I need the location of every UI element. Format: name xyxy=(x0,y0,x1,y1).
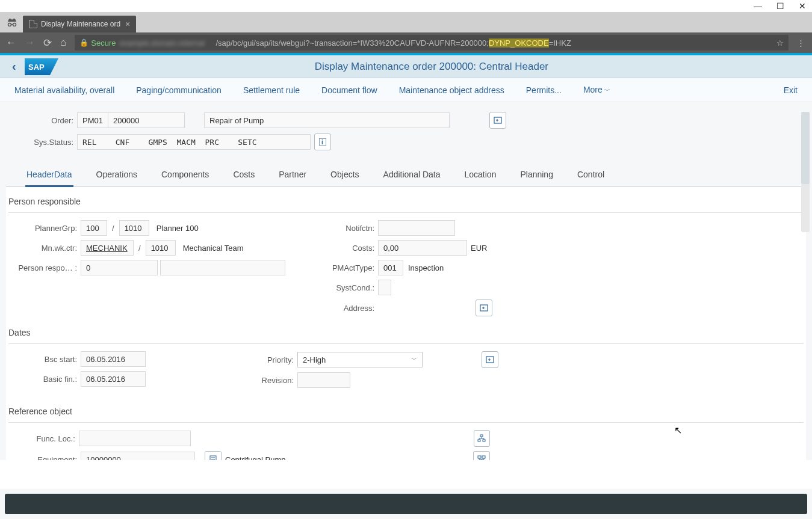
svg-rect-15 xyxy=(478,456,481,458)
expand-icon[interactable] xyxy=(489,112,506,129)
costs-label: Costs: xyxy=(321,244,378,253)
equipment-structure-icon[interactable] xyxy=(473,451,490,460)
sap-logo: SAP xyxy=(25,58,58,75)
equipment-detail-icon[interactable] xyxy=(205,451,222,460)
svg-rect-9 xyxy=(480,435,483,437)
reload-icon[interactable]: ⟳ xyxy=(43,37,52,49)
status-field[interactable] xyxy=(77,134,311,150)
tab-costs[interactable]: Costs xyxy=(232,164,256,186)
home-icon[interactable]: ⌂ xyxy=(60,37,66,49)
chevron-down-icon: ﹀ xyxy=(411,355,417,364)
priority-select[interactable]: 2-High ﹀ xyxy=(297,352,423,367)
notification-field[interactable] xyxy=(378,220,455,236)
workcenter-field[interactable] xyxy=(81,240,134,256)
revision-field[interactable] xyxy=(297,372,350,388)
permits-link[interactable]: Permits... xyxy=(526,85,562,95)
browser-menu-icon[interactable]: ⋮ xyxy=(797,38,806,48)
maximize-icon[interactable]: ☐ xyxy=(776,1,784,11)
status-label: Sys.Status: xyxy=(17,138,77,147)
costs-currency: EUR xyxy=(467,244,487,253)
plannergrp-plant-field[interactable] xyxy=(119,220,149,236)
bsc-start-label: Bsc start: xyxy=(8,355,81,364)
order-type-field[interactable] xyxy=(77,112,108,128)
maint-address-link[interactable]: Maintenance object address xyxy=(399,85,504,95)
order-label: Order: xyxy=(17,116,77,125)
acttype-label: PMActType: xyxy=(321,263,378,272)
tab-additional-data[interactable]: Additional Data xyxy=(382,164,442,186)
material-availability-link[interactable]: Material availability, overall xyxy=(14,85,114,95)
tab-location[interactable]: Location xyxy=(463,164,498,186)
tab-objects[interactable]: Objects xyxy=(329,164,360,186)
address-details-icon[interactable] xyxy=(476,299,492,316)
close-window-icon[interactable]: ✕ xyxy=(799,1,806,11)
forward-icon[interactable]: → xyxy=(25,37,35,49)
tab-operations[interactable]: Operations xyxy=(95,164,138,186)
tab-title: Display Maintenance ord xyxy=(41,20,120,28)
person-respo-name-field[interactable] xyxy=(160,260,285,275)
workcenter-plant-field[interactable] xyxy=(146,240,176,256)
acttype-desc: Inspection xyxy=(403,263,444,272)
secure-label: Secure xyxy=(91,38,116,48)
priority-details-icon[interactable] xyxy=(482,351,498,368)
equipment-label: Equipment: xyxy=(8,455,81,461)
hierarchy-icon[interactable] xyxy=(474,430,490,447)
shell-header: ‹ SAP Display Maintenance order 200000: … xyxy=(0,55,812,78)
costs-field[interactable] xyxy=(378,240,467,256)
docflow-link[interactable]: Document flow xyxy=(321,85,377,95)
tab-control[interactable]: Control xyxy=(576,164,606,186)
scrollbar[interactable] xyxy=(801,112,810,232)
exit-link[interactable]: Exit xyxy=(784,85,798,95)
person-respo-label: Person respo… : xyxy=(8,263,81,272)
tab-partner[interactable]: Partner xyxy=(277,164,308,186)
acttype-field[interactable] xyxy=(378,260,403,275)
url-path: /sap/bc/gui/sap/its/webgui?~transaction=… xyxy=(215,38,488,48)
systcond-field[interactable] xyxy=(378,280,391,295)
revision-label: Revision: xyxy=(261,376,297,385)
svg-text:i: i xyxy=(321,139,323,146)
page-icon xyxy=(29,20,37,28)
svg-point-0 xyxy=(8,23,11,26)
minimize-icon[interactable]: — xyxy=(754,1,762,11)
basic-fin-label: Basic fin.: xyxy=(8,375,81,384)
section-person-responsible: Person responsible xyxy=(8,193,804,213)
more-menu[interactable]: More﹀ xyxy=(583,85,610,95)
basic-fin-field[interactable] xyxy=(81,371,146,387)
plannergrp-field[interactable] xyxy=(81,220,107,236)
paging-link[interactable]: Paging/communication xyxy=(136,85,222,95)
tab-bar: HeaderData Operations Components Costs P… xyxy=(6,164,806,187)
order-desc-field[interactable] xyxy=(204,112,450,128)
notification-label: Notifctn: xyxy=(321,224,378,233)
browser-toolbar: ← → ⟳ ⌂ 🔒 Secure example.domain.internal… xyxy=(0,32,812,53)
equipment-field[interactable] xyxy=(81,452,195,460)
chevron-down-icon: ﹀ xyxy=(604,87,610,94)
person-respo-field[interactable] xyxy=(81,260,158,275)
section-dates: Dates xyxy=(8,324,804,344)
url-tail: =IHKZ xyxy=(549,38,571,48)
func-loc-label: Func. Loc.: xyxy=(8,434,79,443)
content-area: Order: Sys.Status: i HeaderData Operatio… xyxy=(0,102,812,460)
settlement-link[interactable]: Settlement rule xyxy=(243,85,300,95)
tab-headerdata[interactable]: HeaderData xyxy=(25,164,73,187)
status-info-icon[interactable]: i xyxy=(314,134,331,150)
address-bar[interactable]: 🔒 Secure example.domain.internal /sap/bc… xyxy=(75,35,789,51)
func-loc-field[interactable] xyxy=(79,431,191,446)
address-label: Address: xyxy=(321,304,378,313)
equipment-desc: Centrifugal Pump xyxy=(222,455,285,461)
window-controls: — ☐ ✕ xyxy=(0,0,812,12)
svg-rect-10 xyxy=(478,440,480,441)
url-highlight: DYNP_OKCODE xyxy=(489,38,549,48)
tab-components[interactable]: Components xyxy=(160,164,210,186)
priority-value: 2-High xyxy=(303,355,326,364)
svg-text:SAP: SAP xyxy=(28,63,45,72)
bookmark-star-icon[interactable]: ☆ xyxy=(776,38,784,48)
back-icon[interactable]: ← xyxy=(6,37,16,49)
shell-back-icon[interactable]: ‹ xyxy=(7,57,21,76)
browser-tab-strip: Display Maintenance ord × xyxy=(0,12,812,32)
order-number-field[interactable] xyxy=(108,112,185,128)
browser-tab[interactable]: Display Maintenance ord × xyxy=(23,16,136,32)
bsc-start-field[interactable] xyxy=(81,351,146,367)
headerdata-panel: Person responsible PlannerGrp: / Planner… xyxy=(6,187,806,460)
tab-planning[interactable]: Planning xyxy=(519,164,554,186)
workcenter-label: Mn.wk.ctr: xyxy=(8,244,81,253)
close-tab-icon[interactable]: × xyxy=(125,19,130,29)
